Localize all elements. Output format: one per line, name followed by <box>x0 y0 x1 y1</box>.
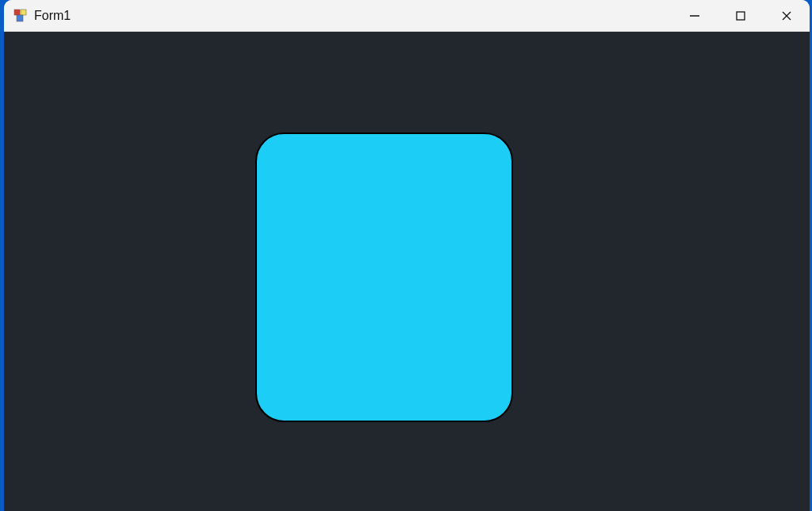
close-button[interactable] <box>764 0 810 32</box>
app-window: Form1 <box>4 0 810 511</box>
svg-rect-2 <box>17 15 23 21</box>
maximize-icon <box>735 10 746 21</box>
close-icon <box>781 10 792 21</box>
minimize-button[interactable] <box>672 0 718 32</box>
winforms-app-icon <box>13 9 28 23</box>
minimize-icon <box>689 10 700 21</box>
maximize-button[interactable] <box>718 0 764 32</box>
svg-rect-0 <box>14 10 20 15</box>
svg-rect-4 <box>737 12 745 20</box>
titlebar[interactable]: Form1 <box>4 0 810 32</box>
form-client-area[interactable] <box>4 32 810 511</box>
rounded-rectangle-panel <box>255 133 513 422</box>
svg-rect-1 <box>21 10 26 15</box>
window-title: Form1 <box>34 9 71 23</box>
window-controls <box>672 0 810 32</box>
